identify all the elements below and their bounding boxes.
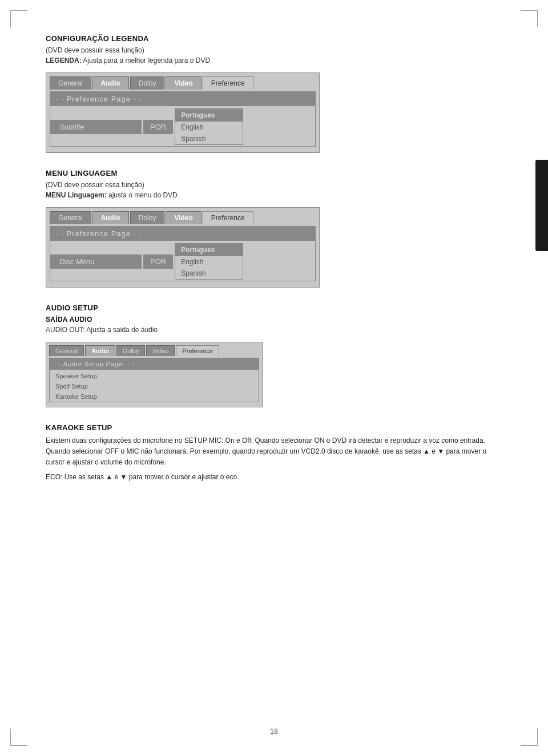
section4-body2: ECO: Use as setas ▲ e ▼ para mover o cur… [46,472,502,483]
section-karaoke-setup: KARAOKE SETUP Existem duas configurações… [46,423,502,483]
dropdown-selected-1: Portugues [175,109,243,122]
menu-row-code-1: POR [143,120,173,134]
section2-desc: MENU Linguagem: ajusta o menu do DVD [46,191,502,199]
section1-title: CONFIGURAÇÃO LEGENDA [46,34,502,43]
tab-preference-1[interactable]: Preference [203,76,253,90]
dvd-ui-box-1: General Audio Dolby Video Preference · ·… [46,72,320,153]
dropdown-option-spanish-2[interactable]: Spanish [175,268,243,279]
section1-subtitle: (DVD deve possuir essa função) [46,46,502,54]
section3-title: AUDIO SETUP [46,304,502,312]
menu-row-label-2: Disc Menu [50,254,142,269]
section1-desc: LEGENDA: Ajusta para a melhor legenda pa… [46,56,502,64]
section3-subsection-title: SAÍDA AUDIO [46,316,502,324]
tab-audio-2[interactable]: Audio [92,211,129,224]
page-label-3: · · Audio Setup Page- · · [50,358,259,370]
section-audio-setup: AUDIO SETUP SAÍDA AUDIO AUDIO OUT: Ajust… [46,304,502,407]
tab-video-2[interactable]: Video [166,211,201,224]
page-label-2: · · Preference Page · · [50,227,315,241]
menu-row-code-2: POR [143,254,173,269]
section2-desc-text: ajusta o menu do DVD [107,191,178,199]
tab-dolby-3[interactable]: Dolby [116,345,145,356]
dropdown-option-spanish-1[interactable]: Spanish [175,133,243,144]
section3-subsection-desc: AUDIO OUT: Ajusta a saida de áudio [46,326,502,334]
dvd-ui-box-2: General Audio Dolby Video Preference · ·… [46,207,320,288]
section-menu-linguagem: MENU LINGUAGEM (DVD deve possuir essa fu… [46,169,502,288]
tab-video-3[interactable]: Video [146,345,175,356]
dropdown-1[interactable]: Portugues English Spanish [175,108,243,145]
dvd-ui-box-3: General Audio Dolby Video Preference · ·… [46,342,263,407]
section4-title: KARAOKE SETUP [46,423,502,432]
menu-item-spdif[interactable]: Spdif Setup [50,381,259,391]
section2-title: MENU LINGUAGEM [46,169,502,177]
tab-bar-2: General Audio Dolby Video Preference [50,211,316,224]
tab-general-2[interactable]: General [50,211,91,224]
section2-subtitle: (DVD deve possuir essa função) [46,181,502,189]
tab-dolby-2[interactable]: Dolby [130,211,165,224]
tab-bar-3: General Audio Dolby Video Preference [49,345,259,356]
dvd-content-3: · · Audio Setup Page- · · Speaker Setup … [49,358,259,402]
dropdown-option-english-2[interactable]: English [175,256,243,268]
dropdown-option-english-1[interactable]: English [175,122,243,133]
page-label-1: · · Preference Page · · [50,92,315,106]
tab-audio-1[interactable]: Audio [92,76,129,90]
section-configuracao-legenda: CONFIGURAÇÃO LEGENDA (DVD deve possuir e… [46,34,502,153]
menu-row-2: Disc Menu POR Portugues English Spanish [50,242,315,281]
section1-desc-text: Ajusta para a melhor legenda para o DVD [82,56,210,64]
dvd-content-1: · · Preference Page · · Subtitle POR Por… [50,91,316,147]
dropdown-selected-2: Portugues [175,244,243,256]
menu-row-1: Subtitle POR Portugues English Spanish [50,107,315,146]
tab-preference-3[interactable]: Preference [176,345,219,356]
section2-desc-bold: MENU Linguagem: [46,191,107,199]
menu-row-label-1: Subtitle [50,120,142,134]
tab-general-1[interactable]: General [50,76,91,90]
menu-item-karaoke[interactable]: Karaoke Setup [50,391,259,402]
section4-body1: Existem duas configurações do microfone … [46,435,502,468]
dropdown-2[interactable]: Portugues English Spanish [175,243,243,280]
corner-mark-tl [10,10,27,27]
tab-bar-1: General Audio Dolby Video Preference [50,76,316,90]
menu-item-speaker[interactable]: Speaker Setup [50,371,259,381]
tab-general-3[interactable]: General [49,345,84,356]
tab-preference-2[interactable]: Preference [203,211,253,224]
corner-mark-tr [521,10,538,27]
dvd-content-2: · · Preference Page · · Disc Menu POR Po… [50,226,316,281]
tab-video-1[interactable]: Video [166,76,201,90]
page-number: 18 [0,727,548,735]
sidebar-bar [535,160,548,251]
tab-dolby-1[interactable]: Dolby [130,76,165,90]
section1-desc-bold: LEGENDA: [46,56,82,64]
subsection-saida-audio: SAÍDA AUDIO AUDIO OUT: Ajusta a saida de… [46,316,502,334]
tab-audio-3[interactable]: Audio [85,345,115,356]
